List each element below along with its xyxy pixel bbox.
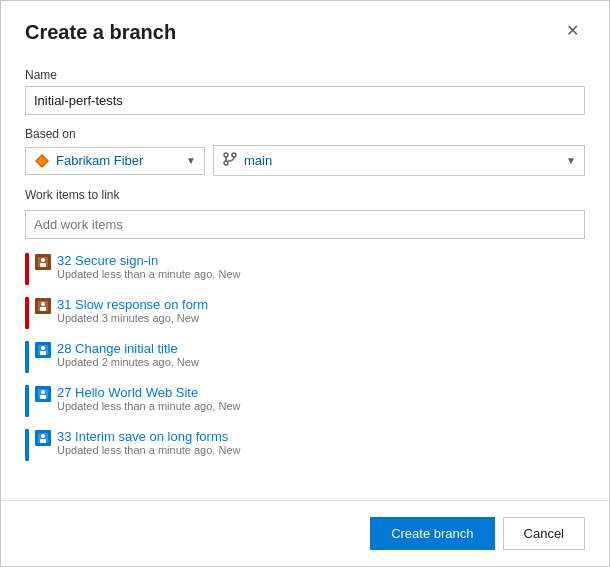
work-item-color-bar xyxy=(25,341,29,373)
work-item-icon xyxy=(35,298,51,314)
work-item-title[interactable]: 33 Interim save on long forms xyxy=(57,429,240,444)
work-item: 28 Change initial titleUpdated 2 minutes… xyxy=(25,335,585,379)
work-items-label: Work items to link xyxy=(25,188,585,202)
dialog-header: Create a branch ✕ xyxy=(1,1,609,56)
work-item-icon xyxy=(35,430,51,446)
work-item-info: 32 Secure sign-inUpdated less than a min… xyxy=(57,253,240,280)
work-item-info: 28 Change initial titleUpdated 2 minutes… xyxy=(57,341,199,368)
work-item-meta: Updated 2 minutes ago, New xyxy=(57,356,199,368)
svg-point-4 xyxy=(224,161,228,165)
work-item-meta: Updated 3 minutes ago, New xyxy=(57,312,208,324)
work-item-color-bar xyxy=(25,297,29,329)
svg-point-10 xyxy=(41,302,45,306)
svg-point-13 xyxy=(41,346,45,350)
svg-point-19 xyxy=(41,434,45,438)
work-item: 27 Hello World Web SiteUpdated less than… xyxy=(25,379,585,423)
repo-diamond-icon xyxy=(34,153,50,169)
svg-point-3 xyxy=(232,153,236,157)
dialog-title: Create a branch xyxy=(25,21,176,44)
work-item: 32 Secure sign-inUpdated less than a min… xyxy=(25,247,585,291)
name-input[interactable] xyxy=(25,86,585,115)
work-item-title[interactable]: 32 Secure sign-in xyxy=(57,253,240,268)
based-on-row: Fabrikam Fiber ▼ main ▼ xyxy=(25,145,585,176)
repo-dropdown-arrow: ▼ xyxy=(186,155,196,166)
close-button[interactable]: ✕ xyxy=(560,21,585,41)
create-branch-dialog: Create a branch ✕ Name Based on Fabrikam… xyxy=(0,0,610,567)
work-item-icon xyxy=(35,254,51,270)
work-item: 33 Interim save on long formsUpdated les… xyxy=(25,423,585,467)
work-item-title[interactable]: 31 Slow response on form xyxy=(57,297,208,312)
work-item-meta: Updated less than a minute ago, New xyxy=(57,268,240,280)
work-item-title[interactable]: 28 Change initial title xyxy=(57,341,199,356)
work-item: 31 Slow response on formUpdated 3 minute… xyxy=(25,291,585,335)
work-item-info: 27 Hello World Web SiteUpdated less than… xyxy=(57,385,240,412)
work-items-list: 32 Secure sign-inUpdated less than a min… xyxy=(25,247,585,467)
work-item-meta: Updated less than a minute ago, New xyxy=(57,444,240,456)
cancel-button[interactable]: Cancel xyxy=(503,517,585,550)
svg-rect-11 xyxy=(40,307,46,311)
dialog-footer: Create branch Cancel xyxy=(1,500,609,566)
name-label: Name xyxy=(25,68,585,82)
svg-rect-17 xyxy=(40,395,46,399)
branch-name: main xyxy=(244,153,560,168)
dialog-body: Name Based on Fabrikam Fiber ▼ xyxy=(1,56,609,500)
work-item-color-bar xyxy=(25,253,29,285)
work-item-meta: Updated less than a minute ago, New xyxy=(57,400,240,412)
create-branch-button[interactable]: Create branch xyxy=(370,517,494,550)
repo-dropdown[interactable]: Fabrikam Fiber ▼ xyxy=(25,147,205,175)
work-item-info: 31 Slow response on formUpdated 3 minute… xyxy=(57,297,208,324)
work-item-title[interactable]: 27 Hello World Web Site xyxy=(57,385,240,400)
svg-point-16 xyxy=(41,390,45,394)
svg-point-7 xyxy=(41,258,45,262)
work-items-input[interactable] xyxy=(25,210,585,239)
svg-rect-14 xyxy=(40,351,46,355)
svg-rect-8 xyxy=(40,263,46,267)
work-item-icon xyxy=(35,342,51,358)
work-item-color-bar xyxy=(25,429,29,461)
based-on-label: Based on xyxy=(25,127,585,141)
branch-icon xyxy=(222,151,238,170)
work-item-color-bar xyxy=(25,385,29,417)
svg-point-2 xyxy=(224,153,228,157)
svg-rect-20 xyxy=(40,439,46,443)
repo-name: Fabrikam Fiber xyxy=(56,153,180,168)
branch-dropdown[interactable]: main ▼ xyxy=(213,145,585,176)
work-item-icon xyxy=(35,386,51,402)
work-item-info: 33 Interim save on long formsUpdated les… xyxy=(57,429,240,456)
branch-dropdown-arrow: ▼ xyxy=(566,155,576,166)
